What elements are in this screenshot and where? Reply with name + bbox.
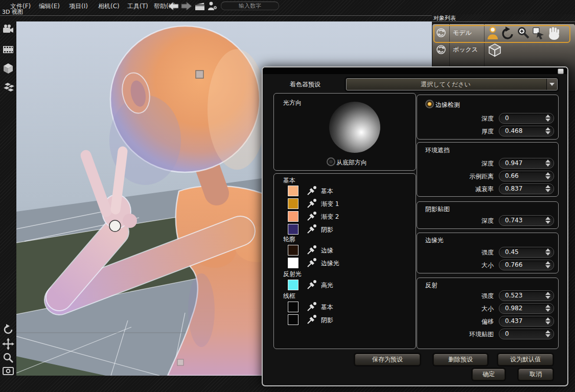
color-swatch-wire-base[interactable]: [288, 302, 298, 312]
sync-icon[interactable]: [436, 28, 446, 38]
sync-icon[interactable]: [436, 44, 446, 55]
select-body-tool-icon[interactable]: [486, 26, 500, 40]
dialog-close-button[interactable]: [558, 68, 564, 74]
ao-depth-field[interactable]: 0.947: [499, 158, 554, 169]
shader-preset-dropdown[interactable]: 選択してください: [346, 78, 558, 90]
eyedropper-icon[interactable]: [306, 244, 317, 256]
ok-button[interactable]: 确定: [472, 368, 505, 380]
clapperboard-icon[interactable]: [194, 1, 205, 11]
menu-camera[interactable]: 相机(C): [96, 2, 122, 11]
rim-size-field[interactable]: 0.766: [499, 260, 554, 270]
camera-frame-icon[interactable]: [2, 365, 14, 377]
eyedropper-icon[interactable]: [306, 211, 317, 222]
spinner-up-icon[interactable]: [545, 114, 550, 118]
spinner-up-icon[interactable]: [545, 292, 550, 295]
reflection-offset-field[interactable]: 0.437: [499, 316, 554, 327]
forward-arrow-icon[interactable]: [180, 1, 192, 11]
back-arrow-icon[interactable]: [168, 1, 179, 11]
spinner-up-icon[interactable]: [545, 248, 550, 251]
thickness-field[interactable]: 0.468: [499, 126, 554, 136]
spinner-up-icon[interactable]: [545, 261, 550, 264]
ao-falloff-field[interactable]: 0.837: [499, 183, 554, 194]
spinner[interactable]: [545, 317, 551, 325]
spinner-up-icon[interactable]: [545, 172, 550, 175]
film-strip-icon[interactable]: [2, 43, 14, 56]
spinner-up-icon[interactable]: [545, 305, 550, 308]
eyedropper-icon[interactable]: [306, 198, 317, 209]
spinner-down-icon[interactable]: [545, 164, 550, 167]
spinner-up-icon[interactable]: [545, 317, 550, 320]
zoom-tool-icon[interactable]: [516, 26, 531, 40]
number-input[interactable]: 输入数字: [221, 2, 279, 10]
person-gear-icon[interactable]: [206, 1, 218, 11]
spinner[interactable]: [545, 172, 551, 179]
color-swatch-wire-shadow[interactable]: [288, 314, 298, 325]
rotate-tool-icon[interactable]: [501, 26, 515, 40]
spinner-up-icon[interactable]: [545, 159, 550, 163]
shadow-depth-field[interactable]: 0.743: [499, 215, 554, 226]
environment-map-field[interactable]: 0: [499, 329, 554, 339]
color-swatch-edgelight[interactable]: [288, 258, 298, 268]
rim-strength-field[interactable]: 0.45: [499, 247, 554, 258]
spinner-down-icon[interactable]: [545, 176, 550, 179]
spinner-down-icon[interactable]: [545, 296, 550, 299]
eyedropper-icon[interactable]: [306, 185, 317, 196]
eyedropper-icon[interactable]: [306, 279, 317, 290]
hand-tool-icon[interactable]: [547, 26, 561, 40]
move-copy-tool-icon[interactable]: [532, 26, 546, 40]
set-default-button[interactable]: 设为默认值: [498, 354, 553, 365]
reflection-size-field[interactable]: 0.982: [499, 303, 554, 314]
spinner-down-icon[interactable]: [545, 189, 550, 192]
eyedropper-icon[interactable]: [306, 257, 317, 268]
spinner[interactable]: [545, 127, 551, 134]
edge-detection-radio[interactable]: [425, 100, 434, 108]
color-swatch-specular[interactable]: [288, 280, 298, 290]
dialog-titlebar[interactable]: [263, 67, 567, 74]
delete-preset-button[interactable]: 删除预设: [433, 354, 488, 365]
spinner-down-icon[interactable]: [545, 334, 550, 337]
ao-sample-distance-field[interactable]: 0.66: [499, 171, 554, 181]
menu-edit[interactable]: 编辑(E): [37, 2, 62, 11]
spinner[interactable]: [545, 330, 551, 337]
spinner-up-icon[interactable]: [545, 217, 550, 220]
spinner-down-icon[interactable]: [545, 221, 550, 224]
spinner-down-icon[interactable]: [545, 131, 550, 134]
spinner[interactable]: [545, 248, 551, 256]
spinner-down-icon[interactable]: [545, 321, 550, 325]
light-from-bottom-radio[interactable]: [327, 157, 335, 166]
menu-tools[interactable]: 工具(T): [125, 2, 150, 11]
spinner-up-icon[interactable]: [545, 330, 550, 333]
reflection-strength-field[interactable]: 0.523: [499, 290, 554, 301]
spinner-down-icon[interactable]: [545, 119, 550, 122]
spinner-up-icon[interactable]: [545, 185, 550, 188]
spinner-up-icon[interactable]: [545, 127, 550, 130]
cube-icon[interactable]: [2, 62, 14, 75]
spinner[interactable]: [545, 292, 551, 299]
spinner[interactable]: [545, 217, 551, 224]
zoom-view-icon[interactable]: [2, 352, 14, 364]
color-swatch-base[interactable]: [288, 186, 298, 196]
cancel-button[interactable]: 取消: [518, 368, 553, 380]
spinner-down-icon[interactable]: [545, 265, 550, 268]
color-swatch-shadow[interactable]: [288, 224, 298, 235]
rotate-view-icon[interactable]: [2, 324, 14, 336]
depth-field[interactable]: 0: [499, 113, 554, 124]
spinner[interactable]: [545, 261, 551, 268]
spinner-down-icon[interactable]: [545, 309, 550, 312]
save-preset-button[interactable]: 保存为预设: [355, 354, 420, 365]
video-camera-icon[interactable]: [2, 23, 14, 35]
color-swatch-gradient1[interactable]: [288, 198, 298, 209]
eyedropper-icon[interactable]: [306, 314, 317, 325]
box-object-icon[interactable]: [488, 43, 502, 57]
pan-move-icon[interactable]: [2, 338, 14, 350]
dropdown-arrow-button[interactable]: [546, 79, 557, 90]
color-swatch-gradient2[interactable]: [288, 211, 298, 222]
handle-square-hip[interactable]: [177, 359, 183, 365]
spinner[interactable]: [545, 305, 551, 312]
spinner-down-icon[interactable]: [545, 252, 550, 256]
spinner[interactable]: [545, 185, 551, 192]
spinner[interactable]: [545, 114, 551, 122]
eyedropper-icon[interactable]: [306, 223, 317, 235]
eyedropper-icon[interactable]: [306, 301, 317, 312]
spinner[interactable]: [545, 159, 551, 167]
